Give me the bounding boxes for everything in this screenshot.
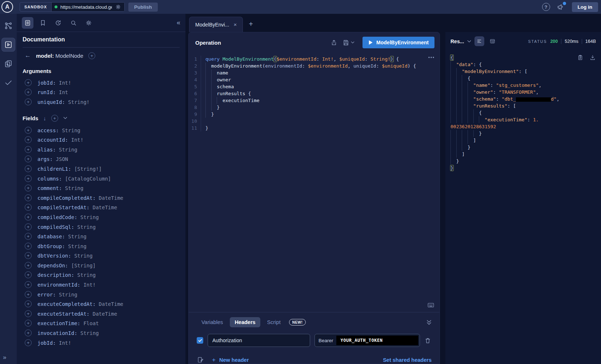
add-field-plus-icon[interactable]: + xyxy=(25,252,32,259)
doc-field-row[interactable]: +compileStartedAt: DateTime xyxy=(23,203,180,213)
doc-field-row[interactable]: +childrenL1: [String!] xyxy=(23,164,180,174)
add-field-plus-icon[interactable]: + xyxy=(25,79,32,86)
doc-field-row[interactable]: +executionTime: Float xyxy=(23,319,180,328)
collections-icon[interactable] xyxy=(1,57,15,70)
back-arrow-icon[interactable]: ← xyxy=(25,52,31,59)
breadcrumb-type[interactable]: ModelNode xyxy=(55,53,83,59)
endpoint-url-box[interactable]: https://metadata.cloud.get xyxy=(52,3,124,11)
new-header-button[interactable]: + New header xyxy=(212,356,249,364)
delete-header-trash-icon[interactable] xyxy=(424,337,431,344)
doc-argument-row[interactable]: +uniqueId: String! xyxy=(23,97,180,107)
doc-field-row[interactable]: +description: String xyxy=(23,270,180,280)
announcements-megaphone-icon[interactable] xyxy=(557,3,565,11)
tab-headers[interactable]: Headers xyxy=(230,317,260,327)
doc-field-row[interactable]: +error: String xyxy=(23,290,180,299)
login-button[interactable]: Log in xyxy=(572,2,598,12)
add-field-plus-icon[interactable]: + xyxy=(25,214,32,221)
help-icon[interactable]: ? xyxy=(542,3,550,11)
run-operation-button[interactable]: ModelByEnvironment xyxy=(362,37,434,48)
copy-response-clipboard-icon[interactable] xyxy=(577,54,584,61)
add-field-plus-icon[interactable]: + xyxy=(25,136,32,143)
add-field-plus-icon[interactable]: + xyxy=(25,194,32,201)
download-response-icon[interactable] xyxy=(589,54,596,61)
doc-field-row[interactable]: +alias: String xyxy=(23,145,180,154)
add-type-plus-icon[interactable]: + xyxy=(88,52,95,59)
add-all-fields-plus-icon[interactable]: + xyxy=(51,115,58,122)
add-field-plus-icon[interactable]: + xyxy=(25,98,32,105)
doc-field-row[interactable]: +dbtGroup: String xyxy=(23,241,180,251)
saved-operations-bookmark-icon[interactable] xyxy=(37,17,49,29)
add-field-plus-icon[interactable]: + xyxy=(25,204,32,211)
add-field-plus-icon[interactable]: + xyxy=(25,233,32,240)
search-icon[interactable] xyxy=(68,17,79,29)
add-field-plus-icon[interactable]: + xyxy=(25,310,32,317)
add-field-plus-icon[interactable]: + xyxy=(25,89,32,96)
header-enabled-checkbox[interactable] xyxy=(197,337,203,344)
add-field-plus-icon[interactable]: + xyxy=(25,155,32,162)
add-field-plus-icon[interactable]: + xyxy=(25,185,32,191)
response-title[interactable]: Res... xyxy=(450,39,464,44)
fields-chevron-down-icon[interactable] xyxy=(63,117,67,120)
tab-variables[interactable]: Variables xyxy=(197,317,228,327)
doc-field-row[interactable]: +executeStartedAt: DateTime xyxy=(23,309,180,319)
doc-field-row[interactable]: +compiledCode: String xyxy=(23,212,180,222)
add-field-plus-icon[interactable]: + xyxy=(25,165,32,172)
raw-view-icon[interactable] xyxy=(474,36,484,46)
editor-menu-dots-icon[interactable] xyxy=(428,56,434,58)
operation-tab[interactable]: ModelByEnvi... × xyxy=(189,17,243,32)
doc-field-row[interactable]: +compiledSql: String xyxy=(23,222,180,232)
doc-field-row[interactable]: +invocationId: String xyxy=(23,328,180,338)
set-shared-headers-link[interactable]: Set shared headers xyxy=(383,357,432,363)
add-field-plus-icon[interactable]: + xyxy=(25,281,32,288)
expand-right-icon[interactable]: » xyxy=(0,354,6,361)
doc-field-row[interactable]: +args: JSON xyxy=(23,154,180,164)
add-field-plus-icon[interactable]: + xyxy=(25,329,32,336)
collapse-bottom-panel-icon[interactable] xyxy=(426,320,432,325)
doc-field-row[interactable]: +access: String xyxy=(23,125,180,135)
add-field-plus-icon[interactable]: + xyxy=(25,320,32,327)
keyboard-shortcuts-icon[interactable] xyxy=(427,302,434,308)
response-chevron-down-icon[interactable] xyxy=(467,40,471,43)
add-field-plus-icon[interactable]: + xyxy=(25,175,32,182)
close-tab-icon[interactable]: × xyxy=(233,21,237,28)
share-operation-icon[interactable] xyxy=(330,39,337,46)
doc-field-row[interactable]: +jobId: Int! xyxy=(23,338,180,348)
settings-gear-icon[interactable] xyxy=(83,17,95,29)
save-icon[interactable] xyxy=(342,39,349,46)
doc-field-row[interactable]: +comment: String xyxy=(23,183,180,193)
query-editor[interactable]: 1query ModelByEnvironment($environmentId… xyxy=(189,53,440,312)
endpoint-url[interactable]: https://metadata.cloud.get xyxy=(60,4,112,10)
environment-variables-icon[interactable] xyxy=(197,356,204,364)
add-field-plus-icon[interactable]: + xyxy=(25,291,32,298)
doc-field-row[interactable]: +executeCompletedAt: DateTime xyxy=(23,299,180,309)
auth-token-placeholder[interactable]: YOUR_AUTH_TOKEN xyxy=(336,336,418,345)
doc-field-row[interactable]: +dependsOn: [String] xyxy=(23,260,180,270)
header-value-field[interactable]: Bearer YOUR_AUTH_TOKEN xyxy=(314,334,420,347)
doc-argument-row[interactable]: +jobId: Int! xyxy=(23,78,180,88)
save-operation-group[interactable] xyxy=(342,39,354,46)
tab-script[interactable]: Script xyxy=(263,317,285,327)
add-field-plus-icon[interactable]: + xyxy=(25,271,32,278)
doc-field-row[interactable]: +dbtVersion: String xyxy=(23,251,180,261)
endpoint-settings-gear-icon[interactable] xyxy=(115,4,121,10)
add-field-plus-icon[interactable]: + xyxy=(25,300,32,307)
collapse-panel-icon[interactable]: « xyxy=(177,19,180,27)
save-chevron-down-icon[interactable] xyxy=(351,41,354,44)
add-field-plus-icon[interactable]: + xyxy=(25,243,32,250)
add-field-plus-icon[interactable]: + xyxy=(25,223,32,230)
add-field-plus-icon[interactable]: + xyxy=(25,127,32,134)
documentation-tab-icon[interactable] xyxy=(22,17,33,29)
doc-field-row[interactable]: +database: String xyxy=(23,231,180,241)
doc-argument-row[interactable]: +runId: Int xyxy=(23,88,180,97)
new-tab-icon[interactable]: + xyxy=(249,20,253,28)
add-field-plus-icon[interactable]: + xyxy=(25,146,32,153)
doc-field-row[interactable]: +columns: [CatalogColumn] xyxy=(23,174,180,183)
table-view-icon[interactable] xyxy=(488,36,497,46)
sort-descending-icon[interactable]: ↓ xyxy=(43,115,46,121)
checks-icon[interactable] xyxy=(1,76,15,89)
history-icon[interactable] xyxy=(52,17,64,29)
add-field-plus-icon[interactable]: + xyxy=(25,339,32,346)
explorer-icon[interactable] xyxy=(1,38,15,52)
add-field-plus-icon[interactable]: + xyxy=(25,262,32,269)
schema-graph-icon[interactable] xyxy=(1,19,15,33)
